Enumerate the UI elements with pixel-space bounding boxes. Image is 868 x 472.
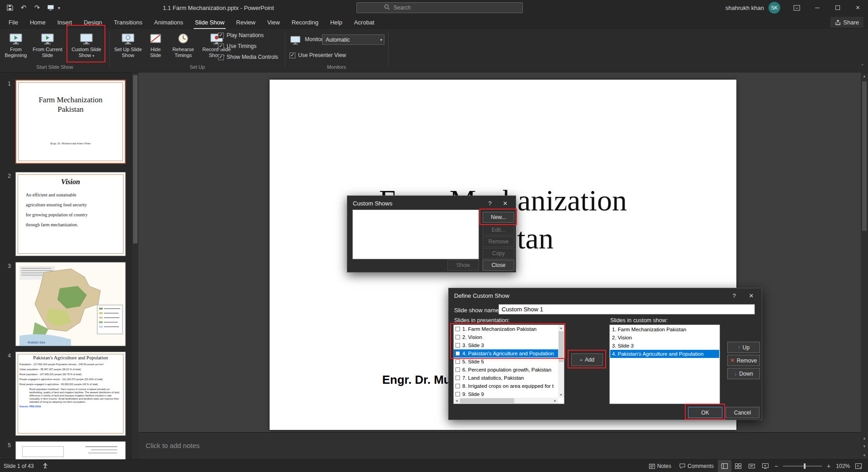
- presentation-slide-item-selected[interactable]: 4. Pakistan's Agriculture and Population: [454, 349, 558, 358]
- custom-shows-list[interactable]: [352, 210, 479, 259]
- slide-thumbnail-3[interactable]: Arabian Sea: [15, 262, 126, 346]
- undo-icon[interactable]: ↶: [17, 1, 30, 14]
- rehearse-timings-button[interactable]: Rehearse Timings: [168, 30, 198, 65]
- scroll-right-icon[interactable]: ►: [552, 398, 558, 404]
- slide-sorter-view-button[interactable]: [731, 460, 745, 472]
- scrollbar-thumb[interactable]: [460, 398, 514, 403]
- tab-acrobat[interactable]: Acrobat: [348, 15, 380, 29]
- fit-slide-to-window-button[interactable]: [852, 460, 865, 472]
- presentation-slide-item[interactable]: 1. Farm Mechanization Pakistan: [454, 325, 558, 333]
- presentation-slide-item[interactable]: 8. Irrigated crops on area equipped for …: [454, 382, 558, 390]
- comments-toggle[interactable]: Comments: [675, 460, 718, 472]
- presentation-list-horizontal-scrollbar[interactable]: ◄ ►: [454, 398, 558, 404]
- customize-qat-chevron-icon[interactable]: ▾: [58, 5, 65, 10]
- cancel-button[interactable]: Cancel: [726, 407, 759, 418]
- slide-indicator[interactable]: Slide 1 of 43: [4, 463, 34, 469]
- remove-slide-button[interactable]: ✕ Remove: [727, 355, 760, 366]
- previous-slide-icon[interactable]: ▲: [861, 436, 868, 440]
- slides-in-custom-show-list[interactable]: 1. Farm Mechanization Pakistan 2. Vision…: [609, 324, 720, 404]
- custom-show-slide-item-selected[interactable]: 4. Pakistan's Agriculture and Population: [610, 350, 719, 358]
- next-slide-icon[interactable]: ▼: [861, 444, 868, 448]
- scroll-up-icon[interactable]: ▲: [861, 74, 868, 78]
- slide-checkbox[interactable]: [455, 359, 460, 364]
- scroll-left-icon[interactable]: ◄: [454, 398, 460, 404]
- zoom-level[interactable]: 102%: [833, 463, 852, 469]
- add-button[interactable]: » Add: [571, 353, 603, 366]
- presentation-slide-item[interactable]: 3. Slide 3: [454, 341, 558, 349]
- search-input[interactable]: Search: [356, 2, 523, 13]
- help-icon[interactable]: ?: [484, 199, 496, 208]
- zoom-slider[interactable]: [783, 460, 822, 472]
- tab-animations[interactable]: Animations: [148, 15, 189, 29]
- monitor-select[interactable]: Automatic ▾: [322, 34, 384, 45]
- presentation-slide-item[interactable]: 7. Land statistics, Pakistan: [454, 374, 558, 382]
- set-up-slide-show-button[interactable]: Set Up Slide Show: [113, 30, 143, 65]
- ok-button[interactable]: OK: [688, 407, 722, 418]
- tab-view[interactable]: View: [261, 15, 286, 29]
- user-name[interactable]: shahrukh khan: [726, 5, 764, 11]
- tab-transitions[interactable]: Transitions: [108, 15, 148, 29]
- from-current-slide-button[interactable]: From Current Slide: [31, 30, 64, 65]
- slide-show-view-button[interactable]: [759, 460, 772, 472]
- use-timings-checkbox[interactable]: Use Timings: [218, 43, 256, 50]
- tab-file[interactable]: File: [3, 15, 24, 29]
- scrollbar-thumb[interactable]: [133, 75, 138, 243]
- ribbon-display-options-icon[interactable]: [787, 0, 807, 15]
- down-button[interactable]: ↓ Down: [727, 368, 760, 379]
- use-presenter-view-checkbox[interactable]: Use Presenter View: [289, 52, 346, 59]
- reading-view-button[interactable]: [745, 460, 759, 472]
- slide-thumbnail-1[interactable]: Farm Mechanization Pakistan Engr. Dr. Mu…: [15, 80, 126, 164]
- maximize-button[interactable]: [827, 0, 848, 15]
- show-button[interactable]: Show: [447, 260, 479, 271]
- notes-pane[interactable]: Click to add notes: [138, 432, 861, 459]
- scroll-down-icon[interactable]: ▼: [558, 392, 564, 398]
- edit-button[interactable]: Edit...: [483, 224, 514, 235]
- play-narrations-checkbox[interactable]: Play Narrations: [218, 32, 264, 39]
- slide-checkbox[interactable]: [455, 384, 460, 388]
- save-icon[interactable]: [4, 1, 16, 14]
- close-icon[interactable]: ✕: [499, 199, 511, 208]
- slide-checkbox[interactable]: [455, 392, 460, 396]
- slide-show-name-input[interactable]: [498, 304, 755, 315]
- tab-design[interactable]: Design: [78, 15, 108, 29]
- remove-button[interactable]: Remove: [483, 236, 514, 247]
- presentation-list-vertical-scrollbar[interactable]: ▲ ▼: [558, 325, 564, 398]
- scrollbar-thumb[interactable]: [559, 331, 564, 362]
- slide-thumbnail-4[interactable]: Pakistan's Agriculture and Population Po…: [15, 352, 126, 436]
- slide-checkbox[interactable]: [455, 367, 460, 372]
- tab-home[interactable]: Home: [24, 15, 52, 29]
- tab-recording[interactable]: Recording: [286, 15, 324, 29]
- presentation-slide-item[interactable]: 5. Slide 5: [454, 358, 558, 366]
- avatar[interactable]: SK: [768, 2, 780, 14]
- scroll-down-icon[interactable]: ▼: [861, 453, 868, 458]
- close-button[interactable]: ✕: [848, 0, 868, 15]
- slides-in-presentation-list[interactable]: 1. Farm Mechanization Pakistan 2. Vision…: [453, 324, 564, 404]
- canvas-vertical-scrollbar[interactable]: ▲ ▲ ▼ ▼: [861, 72, 868, 459]
- tab-slide-show[interactable]: Slide Show: [189, 15, 230, 29]
- zoom-slider-thumb[interactable]: [804, 463, 806, 469]
- scrollbar-thumb[interactable]: [862, 81, 867, 231]
- from-beginning-button[interactable]: From Beginning: [3, 30, 29, 65]
- new-button[interactable]: New...: [483, 212, 514, 223]
- thumbnail-scrollbar[interactable]: [132, 72, 138, 459]
- slide-thumbnail-5[interactable]: [15, 441, 126, 459]
- help-icon[interactable]: ?: [728, 291, 740, 300]
- slide-checkbox[interactable]: [455, 376, 460, 380]
- slide-thumbnail-2[interactable]: Vision An efficient and sustainable agri…: [15, 172, 126, 256]
- slide-checkbox[interactable]: [455, 327, 460, 331]
- custom-show-slide-item[interactable]: 3. Slide 3: [610, 342, 719, 350]
- presentation-slide-item[interactable]: 6. Percent population growth, Pakistan: [454, 366, 558, 374]
- presentation-slide-item[interactable]: 9. Slide 9: [454, 390, 558, 398]
- slide-checkbox[interactable]: [455, 343, 460, 348]
- hide-slide-button[interactable]: Hide Slide: [145, 30, 166, 65]
- redo-icon[interactable]: ↷: [31, 1, 43, 14]
- tab-insert[interactable]: Insert: [52, 15, 78, 29]
- minimize-button[interactable]: [807, 0, 827, 15]
- presentation-slide-item[interactable]: 2. Vision: [454, 333, 558, 341]
- scroll-up-icon[interactable]: ▲: [558, 325, 564, 331]
- accessibility-icon[interactable]: [42, 462, 48, 470]
- tab-help[interactable]: Help: [324, 15, 348, 29]
- copy-button[interactable]: Copy: [483, 248, 514, 259]
- custom-show-slide-item[interactable]: 2. Vision: [610, 334, 719, 342]
- collapse-ribbon-icon[interactable]: ⌃: [861, 63, 864, 68]
